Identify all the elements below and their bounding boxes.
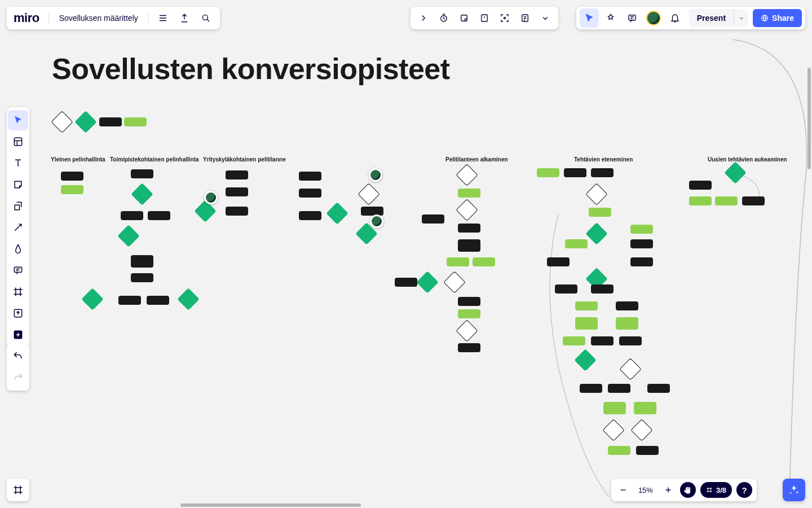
flow-node[interactable] [575,301,598,310]
flow-node[interactable] [473,257,495,266]
flow-node[interactable] [61,172,83,181]
more-tools[interactable] [8,325,28,345]
flow-node[interactable] [299,189,321,198]
zoom-out-button[interactable] [614,480,633,500]
flow-node[interactable] [447,257,469,266]
present-dropdown[interactable] [734,9,748,27]
flow-node[interactable] [458,189,480,198]
flow-decision[interactable] [177,288,200,310]
flow-node[interactable] [565,239,588,248]
sticky-pack-icon[interactable] [454,8,474,28]
flow-decision[interactable] [619,358,642,380]
flow-node[interactable] [361,207,383,216]
flow-decision[interactable] [416,271,439,294]
sticky-note-tool[interactable] [8,174,28,195]
flow-node[interactable] [121,211,143,220]
pan-mode-button[interactable] [680,482,696,498]
flow-node[interactable] [118,296,141,305]
flow-decision[interactable] [585,183,608,205]
cursor-tool-icon[interactable] [580,8,599,28]
flow-node[interactable] [591,168,614,177]
flow-node[interactable] [226,170,248,179]
timer-icon[interactable] [434,8,453,28]
flow-node[interactable] [715,196,738,205]
flow-node[interactable] [589,208,611,217]
main-menu-button[interactable] [153,8,173,28]
flow-node[interactable] [616,317,638,330]
flow-node[interactable] [689,196,712,205]
flow-decision[interactable] [326,202,348,225]
shapes-tool[interactable] [8,196,28,216]
redo-button[interactable] [8,367,28,388]
flow-node[interactable] [299,211,321,220]
flow-node[interactable] [619,336,642,345]
upload-tool[interactable] [8,303,28,323]
export-button[interactable] [175,8,194,28]
connector-tool[interactable] [8,217,28,238]
flow-node[interactable] [547,257,570,266]
flow-node[interactable] [591,336,614,345]
flow-node[interactable] [458,343,480,352]
frame-navigator[interactable]: 3/8 [700,482,732,498]
flow-decision[interactable] [358,183,380,205]
flow-decision[interactable] [456,319,478,342]
board-name[interactable]: Sovelluksen määrittely [54,14,144,23]
flow-node[interactable] [148,211,170,220]
pen-tool[interactable] [8,239,28,259]
flow-decision[interactable] [585,222,608,245]
flow-node[interactable] [564,168,586,177]
flow-node[interactable] [226,187,248,196]
flow-decision[interactable] [117,225,140,247]
flow-node[interactable] [131,273,153,282]
templates-tool[interactable] [8,132,28,152]
note-icon[interactable] [515,8,535,28]
flow-node[interactable] [608,384,630,393]
text-tool[interactable] [8,153,28,173]
flow-node[interactable] [636,446,659,455]
flow-decision[interactable] [630,419,653,441]
flow-node[interactable] [563,336,585,345]
legend-decision-done[interactable] [74,111,97,133]
zoom-in-button[interactable] [659,480,678,500]
share-button[interactable]: Share [753,9,802,27]
flow-decision[interactable] [131,183,153,205]
collapse-icon[interactable] [414,8,433,28]
card-icon[interactable] [475,8,494,28]
flow-node[interactable] [742,196,765,205]
comment-tool[interactable] [8,260,28,281]
legend-decision-empty[interactable] [51,111,73,133]
flow-node[interactable] [616,301,638,310]
legend-step-lime[interactable] [124,117,147,126]
help-button[interactable]: ? [736,482,752,498]
user-avatar[interactable] [646,11,661,25]
flow-decision[interactable] [456,164,478,186]
flow-node[interactable] [555,284,577,294]
flow-decision[interactable] [456,199,478,221]
reactions-icon[interactable] [601,8,620,28]
search-button[interactable] [196,8,215,28]
notifications-icon[interactable] [665,8,685,28]
flow-node[interactable] [61,185,83,194]
legend-step-black[interactable] [99,117,122,126]
flow-node[interactable] [630,239,653,248]
flow-node[interactable] [591,284,614,294]
canvas[interactable]: Sovellusten konversiopisteet Yleinen pel… [0,0,812,508]
focus-mode-icon[interactable] [495,8,514,28]
flow-node[interactable] [299,172,321,181]
flow-node[interactable] [395,278,417,287]
flow-decision[interactable] [574,349,597,371]
flow-node[interactable] [689,181,712,190]
flow-node[interactable] [422,214,444,224]
flow-node[interactable] [458,224,480,233]
miro-ai-button[interactable] [783,479,805,501]
flow-node[interactable] [458,239,480,252]
flow-node[interactable] [630,225,653,234]
flow-node[interactable] [580,384,602,393]
flow-node[interactable] [458,309,480,318]
flow-node[interactable] [603,402,626,414]
comments-panel-icon[interactable] [623,8,642,28]
flow-node[interactable] [131,169,153,178]
flow-node[interactable] [537,168,559,177]
flow-decision[interactable] [81,288,104,310]
horizontal-scrollbar[interactable] [180,503,361,507]
